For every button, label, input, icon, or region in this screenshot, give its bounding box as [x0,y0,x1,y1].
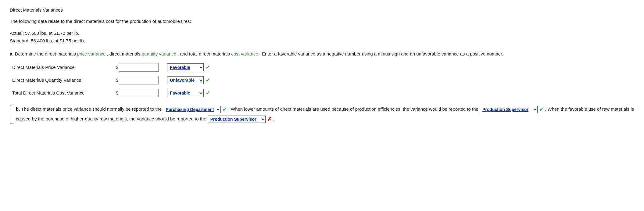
total-variance-input[interactable] [119,89,159,97]
quantity-variance-term: quantity variance [142,51,176,56]
cost-variance-term: cost variance [231,51,258,56]
part-b-line1-post: . When lower amounts of direct materials… [228,106,480,112]
standard-data: Standard: 56,400 lbs. at $1.75 per lb. [10,37,634,45]
purchasing-check: ✓ [222,105,227,114]
price-variance-label: Direct Materials Price Variance [12,65,116,70]
price-variance-row: Direct Materials Price Variance $ Favora… [12,63,634,72]
quantity-variance-input[interactable] [119,76,159,84]
price-variance-check: ✓ [206,64,210,71]
quantity-variance-row: Direct Materials Quantity Variance $ Fav… [12,76,634,84]
price-variance-select[interactable]: Favorable Unfavorable [167,63,204,71]
dollar-sign-1: $ [116,65,118,70]
quantity-variance-select[interactable]: Favorable Unfavorable [167,76,204,84]
part-a-mid1: , direct materials [107,51,142,56]
part-a-mid2: , and total direct materials [177,51,231,56]
part-b-line1-pre: The direct materials price variance shou… [21,106,163,112]
dollar-sign-3: $ [116,90,118,95]
quantity-variance-label: Direct Materials Quantity Variance [12,77,116,83]
total-variance-row: Total Direct Materials Cost Variance $ F… [12,89,634,97]
intro-text: The following data relate to the direct … [10,18,634,25]
production-supervisor-2-wrapper: Purchasing Department Production Supervi… [208,114,272,124]
production-supervisor-1-wrapper: Purchasing Department Production Supervi… [480,105,544,114]
part-a-description: a. Determine the direct materials price … [10,50,634,58]
variance-table: Direct Materials Price Variance $ Favora… [12,63,634,97]
production-supervisor-2-check: ✗ [267,114,272,124]
production-supervisor-2-select[interactable]: Purchasing Department Production Supervi… [208,116,266,123]
part-a-pre: Determine the direct materials [15,51,77,56]
total-variance-select[interactable]: Favorable Unfavorable [167,89,204,97]
part-b-label: b. [16,106,20,112]
price-variance-term: price variance [77,51,106,56]
production-supervisor-1-select[interactable]: Purchasing Department Production Supervi… [480,106,538,113]
part-a-label: a. [10,51,14,56]
dollar-sign-2: $ [116,77,118,83]
actual-data: Actual: 57,600 lbs. at $1.70 per lb. [10,29,634,37]
purchasing-dropdown-wrapper: Purchasing Department Production Supervi… [163,105,227,114]
part-a-post: . Enter a favorable variance as a negati… [259,51,503,56]
page-title: Direct Materials Variances [10,7,634,13]
price-variance-dropdown-wrapper: Favorable Unfavorable ✓ [167,63,210,71]
production-supervisor-1-check: ✓ [539,105,544,114]
part-b-section: b. The direct materials price variance s… [10,105,634,124]
part-b-bracket [10,105,14,124]
total-variance-label: Total Direct Materials Cost Variance [12,90,116,95]
quantity-variance-check: ✓ [206,77,210,84]
part-b-end: . [273,116,274,121]
price-variance-input[interactable] [119,63,159,72]
purchasing-department-select[interactable]: Purchasing Department Production Supervi… [163,106,221,113]
total-variance-dropdown-wrapper: Favorable Unfavorable ✓ [167,89,210,97]
total-variance-check: ✓ [206,90,210,96]
quantity-variance-dropdown-wrapper: Favorable Unfavorable ✓ [167,76,210,84]
